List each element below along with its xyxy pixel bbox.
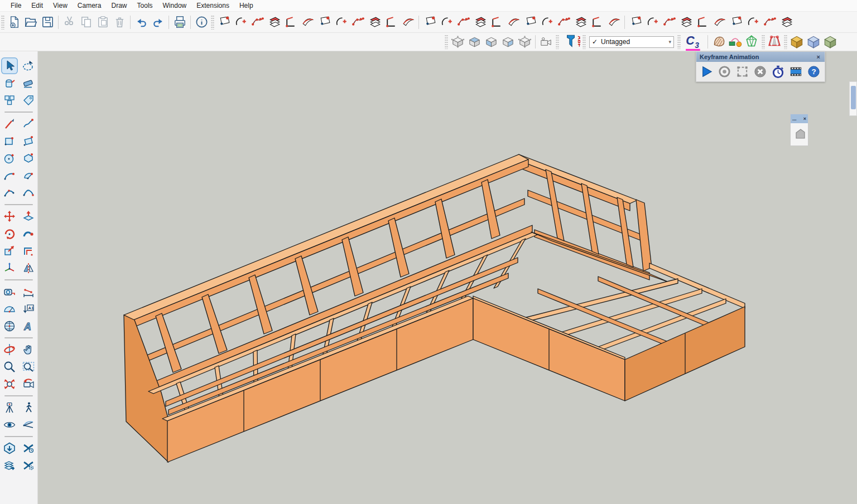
- paste-button[interactable]: [94, 14, 111, 31]
- timing-button[interactable]: [770, 64, 786, 80]
- menu-draw[interactable]: Draw: [107, 1, 132, 11]
- plugin-tool-24-button[interactable]: [605, 14, 622, 31]
- right-view-button[interactable]: [499, 33, 516, 50]
- plugin-tool-27-button[interactable]: [661, 14, 677, 31]
- freehand-tool[interactable]: [20, 115, 37, 132]
- back-view-button[interactable]: [516, 33, 533, 50]
- c3-plugin-button[interactable]: C3: [682, 33, 705, 50]
- top-view-button[interactable]: [466, 33, 483, 50]
- rotate-tool[interactable]: [1, 225, 18, 242]
- push-pull-tool[interactable]: [20, 208, 37, 225]
- plugin-tool-20-button[interactable]: [538, 14, 555, 31]
- plugin-tool-28-button[interactable]: [677, 14, 694, 31]
- menu-extensions[interactable]: Extensions: [191, 1, 234, 11]
- undo-button[interactable]: [133, 14, 150, 31]
- pie-tool[interactable]: [20, 167, 37, 184]
- dimensions-tool[interactable]: [20, 283, 37, 300]
- protractor-tool[interactable]: [1, 301, 18, 317]
- record-button[interactable]: [716, 64, 733, 80]
- open-button[interactable]: [22, 14, 39, 31]
- plugin-tool-2-button[interactable]: [232, 14, 249, 31]
- plugin-tool-15-button[interactable]: [455, 14, 471, 31]
- text-tool[interactable]: A1: [20, 301, 37, 317]
- tray-handle[interactable]: [851, 86, 856, 109]
- plugin-tool-18-button[interactable]: [505, 14, 522, 31]
- menu-edit[interactable]: Edit: [26, 1, 48, 11]
- plugin-tool-25-button[interactable]: [627, 14, 644, 31]
- 3d-text-tool[interactable]: A: [20, 318, 37, 335]
- collapsed-tray[interactable]: [849, 81, 857, 116]
- plugin-tool-23-button[interactable]: [589, 14, 605, 31]
- plugin-tool-31-button[interactable]: [728, 14, 744, 31]
- arc-ball-tool-button[interactable]: [727, 33, 744, 50]
- plugin-tool-4-button[interactable]: [266, 14, 282, 31]
- component-tool[interactable]: [1, 92, 18, 109]
- menu-camera[interactable]: Camera: [73, 1, 107, 11]
- circle-tool[interactable]: [1, 150, 18, 167]
- plugin-tool-14-button[interactable]: [438, 14, 455, 31]
- plugin-tool-19-button[interactable]: [522, 14, 538, 31]
- red-frame-tool-button[interactable]: [766, 33, 783, 50]
- position-camera-view-button[interactable]: [538, 33, 555, 50]
- menu-view[interactable]: View: [48, 1, 73, 11]
- plugin-tool-26-button[interactable]: [644, 14, 661, 31]
- menu-file[interactable]: File: [6, 1, 26, 11]
- plugin-tool-6-button[interactable]: [299, 14, 316, 31]
- plugin-tool-3-button[interactable]: [249, 14, 266, 31]
- select-keyframes-button[interactable]: [734, 64, 750, 80]
- look-around-tool[interactable]: [1, 416, 18, 433]
- save-button[interactable]: [39, 14, 56, 31]
- axes-globe-tool[interactable]: [1, 318, 18, 335]
- gem-tool-button[interactable]: [744, 33, 760, 50]
- zoom-tool[interactable]: [1, 358, 18, 375]
- plugin-tool-1-button[interactable]: [215, 14, 232, 31]
- import-extension-tool[interactable]: [1, 440, 18, 457]
- axes-tool[interactable]: [1, 260, 18, 277]
- plugin-tool-32-button[interactable]: [744, 14, 761, 31]
- new-button[interactable]: [6, 14, 22, 31]
- paint-bucket-tool[interactable]: [1, 75, 18, 91]
- extension-gear-tool[interactable]: [20, 457, 37, 474]
- polygon-tool[interactable]: [20, 150, 37, 167]
- cube-green-button[interactable]: [822, 33, 839, 50]
- sofa-frame-model[interactable]: [38, 51, 857, 504]
- eraser-tool[interactable]: [20, 75, 37, 91]
- position-camera-tool[interactable]: [1, 399, 18, 416]
- plugin-tool-12-button[interactable]: [399, 14, 416, 31]
- plugin-tool-29-button[interactable]: [694, 14, 711, 31]
- offset-tool[interactable]: [20, 243, 37, 259]
- help-button[interactable]: ?: [806, 64, 822, 80]
- model-info-button[interactable]: [193, 14, 210, 31]
- extension-clock-tool[interactable]: [20, 440, 37, 457]
- model-viewport[interactable]: [38, 51, 857, 504]
- plugin-tool-7-button[interactable]: [316, 14, 333, 31]
- tag-tool[interactable]: [20, 92, 37, 109]
- cube-yellow-button[interactable]: [788, 33, 805, 50]
- flip-tool[interactable]: [20, 260, 37, 277]
- zoom-extents-tool[interactable]: [1, 376, 18, 392]
- plugin-tool-21-button[interactable]: [555, 14, 572, 31]
- plugin-tool-34-button[interactable]: [778, 14, 795, 31]
- plugin-tool-9-button[interactable]: [349, 14, 366, 31]
- menu-window[interactable]: Window: [158, 1, 192, 11]
- section-eye-tool[interactable]: [20, 416, 37, 433]
- line-tool[interactable]: [1, 115, 18, 132]
- select-tool[interactable]: [1, 57, 18, 74]
- keyframe-panel-titlebar[interactable]: Keyframe Animation ×: [696, 52, 825, 62]
- delete-keyframes-button[interactable]: [752, 64, 768, 80]
- zoom-window-tool[interactable]: [20, 358, 37, 375]
- lasso-tool[interactable]: [20, 57, 37, 74]
- plugin-tool-30-button[interactable]: [711, 14, 728, 31]
- plugin-tool-13-button[interactable]: [421, 14, 438, 31]
- close-icon[interactable]: ×: [816, 54, 821, 60]
- iso-view-button[interactable]: [449, 33, 466, 50]
- plugin-tool-10-button[interactable]: [366, 14, 383, 31]
- delete-button[interactable]: [111, 14, 128, 31]
- previous-view-tool[interactable]: [20, 376, 37, 392]
- scale-tool[interactable]: [1, 243, 18, 259]
- rectangle-tool[interactable]: [1, 133, 18, 149]
- plugin-tool-5-button[interactable]: [282, 14, 299, 31]
- plugin-tool-22-button[interactable]: [572, 14, 589, 31]
- cube-blue-button[interactable]: [805, 33, 822, 50]
- redo-button[interactable]: [150, 14, 166, 31]
